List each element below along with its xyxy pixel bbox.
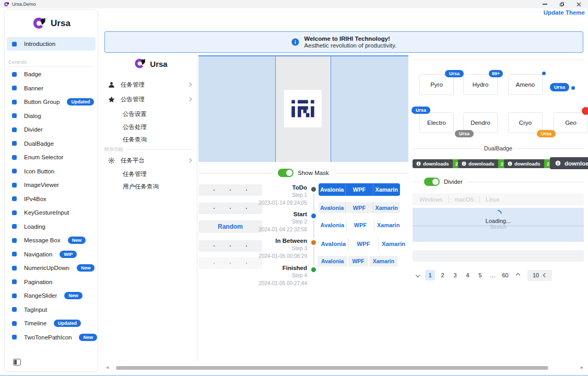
menu-item-user-task-query[interactable]: 用户任务查询 bbox=[104, 180, 196, 193]
viewer-mask-right bbox=[331, 56, 408, 162]
divider-toggle[interactable] bbox=[424, 178, 440, 186]
xamarin-button[interactable]: Xamarin bbox=[378, 238, 408, 250]
sidebar-item-dialog[interactable]: Dialog bbox=[7, 109, 97, 123]
sidebar-item-imageviewer[interactable]: ImageViewer bbox=[7, 178, 97, 192]
previous-page-button[interactable] bbox=[413, 270, 422, 280]
count-badge: 99+ bbox=[489, 70, 503, 77]
scroll-left-arrow-icon[interactable] bbox=[106, 366, 109, 369]
sidebar-item-message-box[interactable]: Message BoxNew bbox=[7, 233, 97, 248]
sidebar-item-divider[interactable]: Divider bbox=[7, 123, 97, 137]
avalonia-button[interactable]: Avalonia bbox=[319, 183, 345, 196]
button-group-compact: Avalonia WPF Xamarin bbox=[317, 256, 390, 266]
sidebar-item-label: Introduction bbox=[24, 41, 55, 47]
sidebar-item-loading[interactable]: Loading bbox=[7, 220, 97, 234]
sidebar-item-ipv4box[interactable]: IPv4Box bbox=[7, 192, 97, 206]
sidebar-item-label: ImageViewer bbox=[24, 182, 59, 188]
ipv4-separator bbox=[230, 208, 231, 209]
sidebar-item-label: Timeline bbox=[24, 320, 46, 326]
title-bar: Ursa.Demo bbox=[0, 0, 588, 8]
ipv4-separator bbox=[246, 208, 248, 209]
wpf-button[interactable]: WPF bbox=[348, 256, 368, 266]
menu-item-announcement-processing[interactable]: 公告处理 bbox=[104, 121, 196, 133]
next-page-button[interactable] bbox=[513, 270, 523, 280]
sidebar-item-dualbadge[interactable]: DualBadge bbox=[7, 137, 97, 151]
timeline-connector bbox=[313, 247, 314, 265]
chevron-left-icon bbox=[415, 273, 419, 277]
ipv4-separator bbox=[230, 263, 231, 264]
sidebar-logo-text: Ursa bbox=[51, 18, 70, 29]
sidebar-item-enum-selector[interactable]: Enum Selector bbox=[7, 150, 97, 164]
info-icon bbox=[508, 161, 512, 166]
sidebar-item-taginput[interactable]: TagInput bbox=[7, 303, 97, 317]
divider bbox=[333, 173, 408, 173]
status-badge: New bbox=[79, 334, 97, 341]
page-size-select[interactable]: 10 bbox=[527, 270, 552, 281]
xamarin-button[interactable]: Xamarin bbox=[374, 219, 402, 231]
wpf-button[interactable]: WPF bbox=[348, 238, 379, 250]
wpf-button[interactable]: WPF bbox=[345, 202, 372, 213]
page-button-2[interactable]: 2 bbox=[438, 270, 448, 280]
page-button-3[interactable]: 3 bbox=[450, 270, 460, 280]
bullet-icon bbox=[12, 210, 17, 215]
xamarin-button[interactable]: Xamarin bbox=[373, 183, 400, 196]
dot-badge bbox=[542, 72, 546, 75]
collapse-sidebar-icon[interactable] bbox=[13, 359, 21, 366]
ursa-badge: Ursa bbox=[411, 107, 430, 114]
dot-badge bbox=[571, 86, 575, 90]
menu-item-announcement-settings[interactable]: 公告设置 bbox=[104, 108, 196, 120]
sidebar-item-icon-button[interactable]: Icon Button bbox=[7, 164, 97, 179]
sidebar-item-navigation[interactable]: NavigationWIP bbox=[7, 248, 97, 262]
menu-group-task-platform[interactable]: 任务平台 bbox=[104, 154, 196, 167]
avalonia-button[interactable]: Avalonia bbox=[319, 202, 345, 213]
bullet-icon bbox=[12, 252, 17, 256]
page-button-1[interactable]: 1 bbox=[425, 270, 435, 280]
menu-item-label: 任务平台 bbox=[121, 157, 145, 164]
sidebar-item-label: Icon Button bbox=[24, 168, 54, 174]
timeline-step: In Between Step 3 2024-01-05 00:08:29 bbox=[250, 237, 307, 260]
ipv4-separator bbox=[214, 190, 215, 191]
sidebar-item-rangeslider[interactable]: RangeSliderNew bbox=[7, 289, 97, 303]
avalonia-button[interactable]: Avalonia bbox=[317, 256, 347, 266]
sidebar-item-badge[interactable]: Badge bbox=[7, 67, 97, 81]
scroll-right-arrow-icon[interactable] bbox=[581, 366, 583, 369]
restore-icon[interactable] bbox=[560, 2, 564, 6]
sidebar-item-introduction[interactable]: Introduction bbox=[7, 37, 96, 51]
wpf-button[interactable]: WPF bbox=[345, 183, 372, 196]
xamarin-button[interactable]: Xamarin bbox=[369, 256, 398, 266]
page-button-5[interactable]: 5 bbox=[475, 270, 485, 280]
menu-item-task-query[interactable]: 任务查询 bbox=[104, 133, 196, 146]
sidebar-item-keygestureinput[interactable]: KeyGestureInput bbox=[7, 206, 97, 220]
bullet-icon bbox=[12, 238, 17, 243]
menu-group-task-management[interactable]: 任务管理 bbox=[104, 78, 196, 91]
timeline-timestamp: 2023-01-14 09:24:05 bbox=[250, 199, 307, 207]
sidebar-item-pagination[interactable]: Pagination bbox=[7, 275, 97, 289]
close-icon[interactable] bbox=[577, 2, 581, 7]
menu-item-task-management[interactable]: 任务管理 bbox=[104, 168, 196, 180]
show-mask-toggle[interactable] bbox=[278, 169, 293, 177]
avalonia-button[interactable]: Avalonia bbox=[319, 219, 346, 231]
os-label-windows: Windows bbox=[419, 196, 443, 203]
page-button-60[interactable]: 60 bbox=[500, 270, 510, 280]
chevron-up-icon bbox=[187, 83, 192, 87]
sidebar-item-twotonepathicon[interactable]: TwoTonePathIconNew bbox=[7, 331, 97, 345]
badge-card-cryo: Cryo bbox=[508, 112, 543, 133]
star-icon bbox=[108, 96, 115, 103]
sidebar-item-numericupdown[interactable]: NumericUpDownNew bbox=[7, 261, 97, 275]
horizontal-scrollbar-thumb[interactable] bbox=[116, 366, 548, 370]
page-button-4[interactable]: 4 bbox=[463, 270, 473, 280]
divider bbox=[413, 148, 479, 149]
image-viewer[interactable] bbox=[198, 55, 408, 162]
wpf-button[interactable]: WPF bbox=[346, 219, 374, 231]
minimize-icon[interactable] bbox=[543, 4, 547, 4]
xamarin-button[interactable]: Xamarin bbox=[373, 202, 400, 213]
sidebar-item-button-group[interactable]: Button GroupUpdated bbox=[7, 95, 97, 109]
avalonia-button[interactable]: Avalonia bbox=[319, 238, 348, 250]
sidebar-item-timeline[interactable]: TimelineUpdated bbox=[7, 316, 97, 331]
update-theme-button[interactable]: Update Theme bbox=[544, 9, 585, 16]
dual-badge-large: downloads 2.4k bbox=[550, 157, 588, 169]
chevron-up-icon bbox=[187, 97, 192, 101]
timeline-timestamp: 2024-01-05 00:08:29 bbox=[250, 252, 307, 260]
sidebar-item-banner[interactable]: Banner bbox=[7, 81, 97, 96]
timeline-dot-todo bbox=[311, 187, 316, 192]
menu-group-announcement-management[interactable]: 公告管理 bbox=[104, 93, 196, 105]
